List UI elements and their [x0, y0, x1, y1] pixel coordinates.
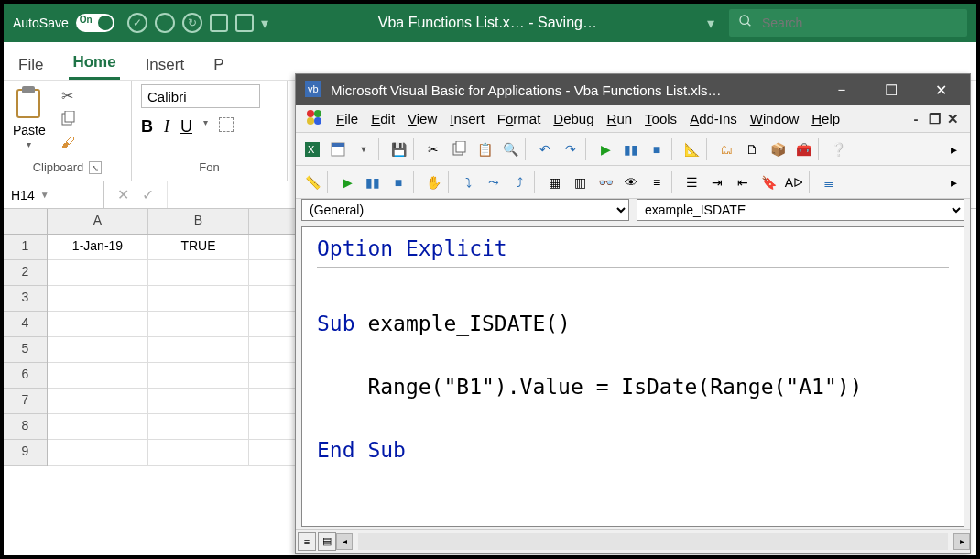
project-explorer-button[interactable]: 🗂 [715, 138, 737, 160]
menu-addins[interactable]: Add-Ins [690, 111, 737, 126]
cell-a1[interactable]: 1-Jan-19 [48, 235, 148, 260]
step-over-button[interactable]: ⤳ [483, 171, 505, 193]
row-header[interactable]: 7 [4, 389, 47, 414]
autosave-control[interactable]: AutoSave On [13, 14, 114, 32]
scroll-right-button[interactable]: ▸ [953, 533, 970, 550]
view-excel-button[interactable]: X [301, 138, 323, 160]
minimize-button[interactable]: － [822, 74, 862, 105]
mdi-close-button[interactable]: ✕ [944, 111, 961, 127]
vba-title-bar[interactable]: vb Microsoft Visual Basic for Applicatio… [296, 74, 970, 105]
watch-button[interactable]: 👓 [594, 171, 616, 193]
paste-button[interactable]: 📋 [474, 138, 495, 160]
row-header[interactable]: 9 [4, 440, 47, 466]
find-button[interactable]: 🔍 [499, 138, 521, 160]
row-header[interactable]: 8 [4, 414, 47, 440]
history-icon[interactable]: ↻ [182, 13, 202, 33]
cell[interactable] [249, 389, 300, 414]
tab-page-layout[interactable]: P [210, 50, 227, 80]
menu-file[interactable]: File [336, 111, 358, 126]
comment-button[interactable]: ≣ [818, 171, 840, 193]
name-box-dropdown-icon[interactable]: ▼ [40, 190, 49, 200]
close-button[interactable]: ✕ [920, 74, 961, 105]
undo-button[interactable]: ↶ [534, 138, 556, 160]
cell-b1[interactable]: TRUE [148, 235, 249, 260]
cell[interactable] [48, 260, 148, 286]
qat-dropdown-icon[interactable]: ▾ [261, 15, 268, 32]
horizontal-scrollbar[interactable] [358, 533, 948, 550]
edit-tool-5[interactable]: Aᐅ [783, 171, 805, 193]
edit-tool-3[interactable]: ⇤ [732, 171, 754, 193]
menu-help[interactable]: Help [811, 111, 840, 126]
bold-button[interactable]: B [141, 117, 153, 137]
qat-icon-1[interactable] [210, 14, 228, 32]
cell[interactable] [148, 312, 249, 337]
properties-button[interactable]: 🗋 [741, 138, 763, 160]
cell[interactable] [48, 286, 148, 312]
full-module-view-button[interactable]: ▤ [318, 532, 336, 551]
enter-formula-icon[interactable]: ✓ [142, 186, 154, 203]
cell[interactable] [249, 337, 300, 363]
search-input[interactable] [762, 16, 958, 30]
cut-button[interactable]: ✂ [55, 84, 81, 106]
step-into-button[interactable]: ⤵ [457, 171, 479, 193]
mdi-restore-button[interactable]: ❐ [926, 111, 942, 127]
qat-icon-2[interactable] [235, 14, 254, 32]
menu-insert[interactable]: Insert [450, 111, 485, 126]
break-button[interactable]: ▮▮ [620, 138, 642, 160]
menu-debug[interactable]: Debug [553, 111, 593, 126]
menu-view[interactable]: View [408, 111, 437, 126]
quick-watch-button[interactable]: 👁 [620, 171, 642, 193]
copy-button[interactable] [55, 108, 81, 130]
clipboard-launcher[interactable]: ⤡ [89, 161, 102, 174]
name-box[interactable]: H14 ▼ [4, 181, 104, 208]
design-mode-button[interactable]: 📐 [681, 138, 702, 160]
help-button[interactable]: ❔ [827, 138, 849, 160]
cell-grid[interactable]: 1-Jan-19 TRUE [48, 235, 300, 466]
tab-home[interactable]: Home [69, 48, 119, 80]
row-header[interactable]: 2 [4, 260, 47, 286]
cell[interactable] [148, 389, 249, 414]
cell[interactable] [48, 414, 148, 440]
menu-edit[interactable]: Edit [371, 111, 395, 126]
column-header-b[interactable]: B [148, 209, 249, 234]
scroll-left-button[interactable]: ◂ [336, 533, 353, 550]
cell[interactable] [48, 440, 148, 466]
call-stack-button[interactable]: ≡ [646, 171, 668, 193]
toggle-breakpoint-button[interactable]: ✋ [422, 171, 444, 193]
cell[interactable] [48, 312, 148, 337]
paste-dropdown-icon[interactable]: ▾ [27, 139, 31, 149]
search-box[interactable] [729, 9, 967, 37]
autosave-toggle[interactable]: On [76, 14, 114, 32]
row-header[interactable]: 1 [4, 235, 47, 260]
undo-icon[interactable] [155, 13, 175, 33]
select-all-corner[interactable] [4, 209, 48, 235]
cell[interactable] [148, 414, 249, 440]
edit-tool-2[interactable]: ⇥ [706, 171, 728, 193]
edit-tool-4[interactable]: 🔖 [757, 171, 779, 193]
save-button[interactable]: 💾 [387, 138, 409, 160]
toolbox-button[interactable]: 🧰 [792, 138, 814, 160]
underline-dropdown-icon[interactable]: ▾ [203, 117, 208, 137]
row-header[interactable]: 3 [4, 286, 47, 312]
borders-button[interactable] [219, 117, 234, 132]
underline-button[interactable]: U [180, 117, 192, 137]
overflow-icon-2[interactable]: ▸ [942, 171, 964, 193]
tab-insert[interactable]: Insert [142, 50, 189, 80]
run-button-2[interactable]: ▶ [336, 171, 358, 193]
reset-button-2[interactable]: ■ [387, 171, 409, 193]
procedure-view-button[interactable]: ≡ [298, 532, 316, 551]
insert-module-button[interactable] [327, 138, 349, 160]
cancel-formula-icon[interactable]: ✕ [117, 186, 129, 203]
cell[interactable] [48, 363, 148, 389]
paste-button[interactable]: Paste ▾ [13, 84, 46, 154]
save-icon[interactable]: ✓ [127, 13, 147, 33]
menu-format[interactable]: Format [497, 111, 541, 126]
cut-button[interactable]: ✂ [422, 138, 444, 160]
cell[interactable] [148, 440, 249, 466]
edit-tool-1[interactable]: ☰ [681, 171, 702, 193]
procedure-dropdown[interactable]: example_ISDATE [637, 199, 964, 221]
object-browser-button[interactable]: 📦 [767, 138, 789, 160]
cell[interactable] [249, 260, 300, 286]
font-name-select[interactable] [141, 84, 260, 108]
cell[interactable] [48, 337, 148, 363]
